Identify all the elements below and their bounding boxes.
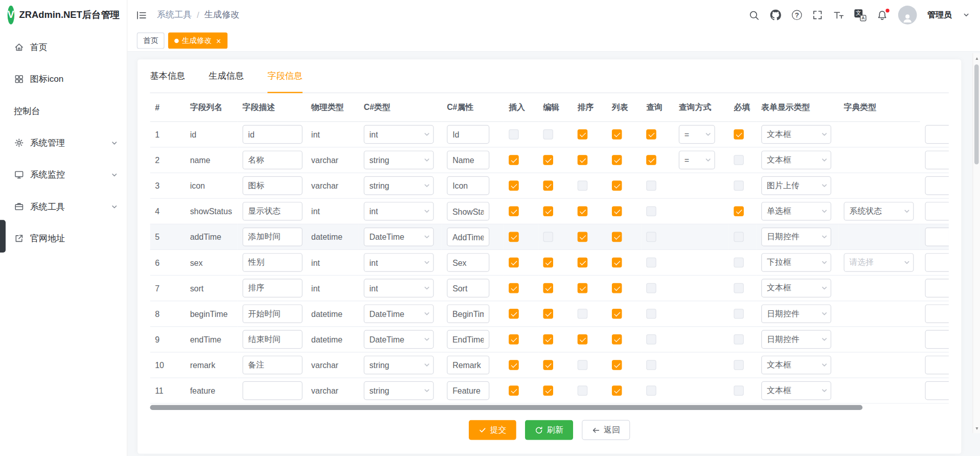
required-checkbox[interactable] <box>734 155 744 166</box>
list-checkbox[interactable] <box>612 232 622 242</box>
edit-checkbox[interactable] <box>543 334 553 345</box>
refresh-button[interactable]: 刷新 <box>525 420 573 440</box>
query-checkbox[interactable] <box>646 207 656 217</box>
dict-type-select[interactable]: 系统状态 <box>844 202 914 221</box>
csharp-type-select[interactable]: string <box>364 381 434 400</box>
csharp-property-input[interactable] <box>447 253 489 272</box>
sort-checkbox[interactable] <box>578 334 588 345</box>
tab-generate-info[interactable]: 生成信息 <box>209 68 243 93</box>
page-tag-home[interactable]: 首页 <box>137 33 165 49</box>
sort-checkbox[interactable] <box>578 309 588 319</box>
sidebar-item-system-tools[interactable]: 系统工具 <box>0 191 127 222</box>
query-checkbox[interactable] <box>646 334 656 345</box>
csharp-property-input[interactable] <box>447 151 489 170</box>
sidebar-item-home[interactable]: 首页 <box>0 31 127 63</box>
edit-checkbox[interactable] <box>543 386 553 396</box>
csharp-type-select[interactable]: int <box>364 125 434 144</box>
edit-checkbox[interactable] <box>543 129 553 140</box>
csharp-property-input[interactable] <box>447 279 489 298</box>
breadcrumb-section[interactable]: 系统工具 <box>157 9 192 20</box>
query-checkbox[interactable] <box>646 258 656 268</box>
extra-input[interactable] <box>925 176 948 195</box>
edit-checkbox[interactable] <box>543 155 553 166</box>
edit-checkbox[interactable] <box>543 360 553 371</box>
fields-table-wrap[interactable]: #字段列名字段描述物理类型C#类型C#属性插入编辑排序列表查询查询方式必填表单显… <box>150 93 948 404</box>
insert-checkbox[interactable] <box>509 155 519 166</box>
vertical-scrollbar[interactable]: ▲ ▼ <box>972 53 980 433</box>
field-description-input[interactable] <box>242 381 302 400</box>
field-description-input[interactable] <box>242 253 302 272</box>
help-icon[interactable]: ? <box>792 10 802 20</box>
list-checkbox[interactable] <box>612 155 622 166</box>
edit-checkbox[interactable] <box>543 232 553 242</box>
field-description-input[interactable] <box>242 279 302 298</box>
csharp-type-select[interactable]: DateTime <box>364 227 434 246</box>
csharp-type-select[interactable]: string <box>364 151 434 170</box>
sidebar-item-icons[interactable]: 图标icon <box>0 63 127 95</box>
csharp-property-input[interactable] <box>447 356 489 375</box>
query-type-select[interactable]: = <box>679 151 715 170</box>
insert-checkbox[interactable] <box>509 129 519 140</box>
extra-input[interactable] <box>925 151 948 170</box>
sort-checkbox[interactable] <box>578 155 588 166</box>
list-checkbox[interactable] <box>612 181 622 191</box>
display-type-select[interactable]: 日期控件 <box>761 304 831 323</box>
dict-type-select[interactable]: 请选择 <box>844 253 914 272</box>
insert-checkbox[interactable] <box>509 334 519 345</box>
csharp-type-select[interactable]: DateTime <box>364 330 434 349</box>
sidebar-item-system-admin[interactable]: 系统管理 <box>0 127 127 158</box>
required-checkbox[interactable] <box>734 386 744 396</box>
query-type-select[interactable]: = <box>679 125 715 144</box>
query-checkbox[interactable] <box>646 386 656 396</box>
font-size-icon[interactable] <box>833 10 844 19</box>
field-description-input[interactable] <box>242 227 302 246</box>
csharp-type-select[interactable]: int <box>364 202 434 221</box>
edit-checkbox[interactable] <box>543 283 553 293</box>
csharp-type-select[interactable]: string <box>364 176 434 195</box>
display-type-select[interactable]: 单选框 <box>761 202 831 221</box>
required-checkbox[interactable] <box>734 207 744 217</box>
csharp-property-input[interactable] <box>447 176 489 195</box>
csharp-type-select[interactable]: int <box>364 279 434 298</box>
query-checkbox[interactable] <box>646 360 656 371</box>
csharp-type-select[interactable]: int <box>364 253 434 272</box>
list-checkbox[interactable] <box>612 386 622 396</box>
insert-checkbox[interactable] <box>509 258 519 268</box>
required-checkbox[interactable] <box>734 283 744 293</box>
csharp-property-input[interactable] <box>447 330 489 349</box>
horizontal-scrollbar[interactable] <box>150 405 948 410</box>
display-type-select[interactable]: 文本框 <box>761 125 831 144</box>
sort-checkbox[interactable] <box>578 386 588 396</box>
sidebar-item-website[interactable]: 官网地址 <box>0 222 127 254</box>
display-type-select[interactable]: 图片上传 <box>761 176 831 195</box>
github-icon[interactable] <box>770 9 781 20</box>
csharp-property-input[interactable] <box>447 381 489 400</box>
search-icon[interactable] <box>749 10 760 20</box>
horizontal-scrollbar-thumb[interactable] <box>150 405 862 410</box>
field-description-input[interactable] <box>242 125 302 144</box>
fullscreen-icon[interactable] <box>812 10 823 20</box>
insert-checkbox[interactable] <box>509 309 519 319</box>
field-description-input[interactable] <box>242 356 302 375</box>
required-checkbox[interactable] <box>734 258 744 268</box>
avatar[interactable] <box>898 6 917 25</box>
chevron-down-icon[interactable] <box>963 11 970 19</box>
required-checkbox[interactable] <box>734 129 744 140</box>
tab-field-info[interactable]: 字段信息 <box>267 68 302 93</box>
theme-drawer-handle[interactable] <box>0 220 6 253</box>
field-description-input[interactable] <box>242 304 302 323</box>
insert-checkbox[interactable] <box>509 207 519 217</box>
app-logo[interactable]: V ZRAdmin.NET后台管理 <box>0 0 127 30</box>
vertical-scrollbar-thumb[interactable] <box>974 64 979 165</box>
scroll-down-icon[interactable]: ▼ <box>973 424 980 432</box>
csharp-property-input[interactable] <box>447 202 489 221</box>
language-icon[interactable]: 文A <box>854 9 866 21</box>
sort-checkbox[interactable] <box>578 283 588 293</box>
edit-checkbox[interactable] <box>543 258 553 268</box>
field-description-input[interactable] <box>242 330 302 349</box>
list-checkbox[interactable] <box>612 283 622 293</box>
required-checkbox[interactable] <box>734 309 744 319</box>
display-type-select[interactable]: 文本框 <box>761 279 831 298</box>
extra-input[interactable] <box>925 253 948 272</box>
extra-input[interactable] <box>925 304 948 323</box>
